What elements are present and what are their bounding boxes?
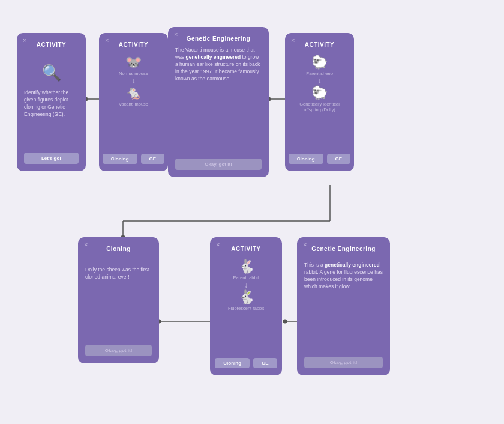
cloning-btn-3[interactable]: Cloning bbox=[215, 358, 250, 368]
card-mouse-activity: × ACTIVITY 🐭 Normal mouse ↓ 🐁 Vacanti mo… bbox=[99, 33, 168, 171]
vacanti-mouse-label: Vacanti mouse bbox=[119, 101, 148, 107]
card1-body: Identify whether the given figures depic… bbox=[24, 89, 79, 147]
fluorescent-rabbit-label: Fluorescent rabbit bbox=[228, 306, 264, 311]
okay-btn-1[interactable]: Okay, got it! bbox=[175, 159, 262, 170]
cloning-btn-2[interactable]: Cloning bbox=[289, 154, 323, 164]
dolly-label: Genetically identical offspring (Dolly) bbox=[292, 101, 347, 112]
sheep-animals: 🐑 Parent sheep ↓ 🐑 Genetically identical… bbox=[292, 55, 347, 112]
close-icon-4[interactable]: × bbox=[291, 37, 295, 44]
mouse-animals: 🐭 Normal mouse ↓ 🐁 Vacanti mouse bbox=[119, 55, 148, 107]
arrow-icon-1: ↓ bbox=[132, 77, 136, 85]
card3-title: Genetic Engineering bbox=[187, 35, 251, 42]
svg-point-13 bbox=[283, 320, 287, 324]
close-icon-2[interactable]: × bbox=[105, 37, 109, 44]
arrow-icon-2: ↓ bbox=[318, 77, 322, 85]
card-activity-start: × ACTIVITY 🔍 Identify whether the given … bbox=[17, 33, 86, 171]
parent-rabbit-icon: 🐇 bbox=[238, 259, 254, 274]
clone-sheep-icon: 🐑 bbox=[311, 86, 328, 100]
parent-sheep-icon: 🐑 bbox=[311, 55, 328, 70]
rabbit-animals: 🐇 Parent rabbit ↓ 🐇 Fluorescent rabbit bbox=[228, 259, 264, 311]
vacanti-mouse-icon: 🐁 bbox=[125, 86, 142, 100]
card-ge-info-mouse: × Genetic Engineering The Vacanti mouse … bbox=[168, 27, 269, 177]
parent-sheep-label: Parent sheep bbox=[306, 71, 333, 76]
close-icon-7[interactable]: × bbox=[303, 241, 307, 248]
normal-mouse-label: Normal mouse bbox=[119, 71, 148, 76]
card7-title: Genetic Engineering bbox=[311, 246, 376, 252]
card5-body: Dolly the sheep was the first cloned ani… bbox=[85, 267, 152, 339]
card4-title: ACTIVITY bbox=[305, 41, 335, 48]
close-icon-6[interactable]: × bbox=[216, 241, 220, 248]
card-cloning-info-dolly: × Cloning Dolly the sheep was the first … bbox=[78, 237, 159, 363]
close-icon-5[interactable]: × bbox=[84, 241, 88, 248]
card6-title: ACTIVITY bbox=[231, 246, 261, 252]
ge-btn-3[interactable]: GE bbox=[253, 358, 277, 368]
close-icon-1[interactable]: × bbox=[23, 37, 26, 44]
card5-title: Cloning bbox=[106, 246, 131, 252]
parent-rabbit-label: Parent rabbit bbox=[233, 275, 259, 280]
close-icon-3[interactable]: × bbox=[174, 31, 178, 38]
arrow-icon-3: ↓ bbox=[244, 282, 248, 289]
card3-body: The Vacanti mouse is a mouse that was ge… bbox=[175, 47, 262, 153]
card2-title: ACTIVITY bbox=[119, 41, 149, 48]
card-sheep-activity: × ACTIVITY 🐑 Parent sheep ↓ 🐑 Geneticall… bbox=[285, 33, 354, 171]
card7-body: This is a genetically engineered rabbit.… bbox=[304, 262, 383, 351]
okay-btn-3[interactable]: Okay, got it! bbox=[304, 357, 383, 368]
normal-mouse-icon: 🐭 bbox=[125, 55, 142, 70]
ge-btn-1[interactable]: GE bbox=[141, 154, 165, 164]
ge-btn-2[interactable]: GE bbox=[327, 154, 351, 164]
cloning-btn-1[interactable]: Cloning bbox=[103, 154, 137, 164]
lets-go-button[interactable]: Let's go! bbox=[24, 153, 79, 164]
card-rabbit-activity: × ACTIVITY 🐇 Parent rabbit ↓ 🐇 Fluoresce… bbox=[210, 237, 282, 375]
okay-btn-2[interactable]: Okay, got it! bbox=[85, 345, 152, 356]
card1-title: ACTIVITY bbox=[37, 41, 67, 48]
fluorescent-rabbit-icon: 🐇 bbox=[238, 290, 254, 304]
flow-container: × ACTIVITY 🔍 Identify whether the given … bbox=[0, 0, 504, 424]
card-ge-info-rabbit: × Genetic Engineering This is a genetica… bbox=[297, 237, 390, 375]
